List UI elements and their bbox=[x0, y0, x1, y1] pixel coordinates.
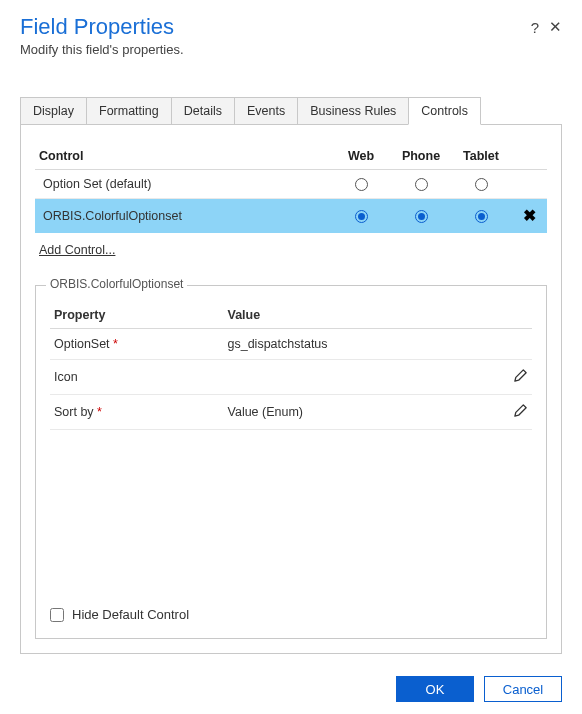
col-control: Control bbox=[35, 143, 331, 170]
close-icon[interactable]: ✕ bbox=[549, 18, 562, 36]
tab-events[interactable]: Events bbox=[234, 97, 298, 124]
help-icon[interactable]: ? bbox=[531, 19, 539, 36]
property-value: Value (Enum) bbox=[224, 395, 496, 430]
property-name: OptionSet * bbox=[50, 329, 224, 360]
property-value: gs_dispatchstatus bbox=[224, 329, 496, 360]
property-table: Property Value OptionSet *gs_dispatchsta… bbox=[50, 302, 532, 430]
control-phone-cell bbox=[391, 170, 451, 199]
tab-business-rules[interactable]: Business Rules bbox=[297, 97, 409, 124]
control-row[interactable]: ORBIS.ColorfulOptionset✖ bbox=[35, 199, 547, 233]
control-properties-fieldset: ORBIS.ColorfulOptionset Property Value O… bbox=[35, 285, 547, 639]
tabs-bar: DisplayFormattingDetailsEventsBusiness R… bbox=[20, 97, 562, 125]
cancel-button[interactable]: Cancel bbox=[484, 676, 562, 702]
property-row: Sort by *Value (Enum) bbox=[50, 395, 532, 430]
control-row[interactable]: Option Set (default) bbox=[35, 170, 547, 199]
control-web-cell bbox=[331, 170, 391, 199]
property-row: OptionSet *gs_dispatchstatus bbox=[50, 329, 532, 360]
radio-phone[interactable] bbox=[415, 210, 428, 223]
col-action bbox=[511, 143, 547, 170]
radio-web[interactable] bbox=[355, 178, 368, 191]
tab-display[interactable]: Display bbox=[20, 97, 87, 124]
control-name: ORBIS.ColorfulOptionset bbox=[35, 199, 331, 233]
col-phone: Phone bbox=[391, 143, 451, 170]
control-tablet-cell bbox=[451, 199, 511, 233]
hide-default-label: Hide Default Control bbox=[72, 607, 189, 622]
controls-panel: Control Web Phone Tablet Option Set (def… bbox=[20, 125, 562, 654]
radio-web[interactable] bbox=[355, 210, 368, 223]
radio-phone[interactable] bbox=[415, 178, 428, 191]
control-phone-cell bbox=[391, 199, 451, 233]
dialog-subtitle: Modify this field's properties. bbox=[20, 42, 184, 57]
edit-icon[interactable] bbox=[513, 368, 528, 386]
control-name: Option Set (default) bbox=[35, 170, 331, 199]
control-table: Control Web Phone Tablet Option Set (def… bbox=[35, 143, 547, 233]
col-tablet: Tablet bbox=[451, 143, 511, 170]
footer-buttons: OK Cancel bbox=[396, 676, 562, 702]
add-control-link[interactable]: Add Control... bbox=[39, 243, 115, 257]
tab-details[interactable]: Details bbox=[171, 97, 235, 124]
col-web: Web bbox=[331, 143, 391, 170]
tab-controls[interactable]: Controls bbox=[408, 97, 481, 125]
radio-tablet[interactable] bbox=[475, 178, 488, 191]
property-row: Icon bbox=[50, 360, 532, 395]
control-web-cell bbox=[331, 199, 391, 233]
col-value: Value bbox=[224, 302, 496, 329]
edit-icon[interactable] bbox=[513, 403, 528, 421]
tab-formatting[interactable]: Formatting bbox=[86, 97, 172, 124]
radio-tablet[interactable] bbox=[475, 210, 488, 223]
control-tablet-cell bbox=[451, 170, 511, 199]
hide-default-checkbox[interactable] bbox=[50, 608, 64, 622]
property-name: Icon bbox=[50, 360, 224, 395]
fieldset-legend: ORBIS.ColorfulOptionset bbox=[46, 277, 187, 291]
dialog-title: Field Properties bbox=[20, 14, 184, 40]
property-name: Sort by * bbox=[50, 395, 224, 430]
remove-control-icon[interactable]: ✖ bbox=[523, 207, 536, 224]
col-property: Property bbox=[50, 302, 224, 329]
ok-button[interactable]: OK bbox=[396, 676, 474, 702]
property-value bbox=[224, 360, 496, 395]
